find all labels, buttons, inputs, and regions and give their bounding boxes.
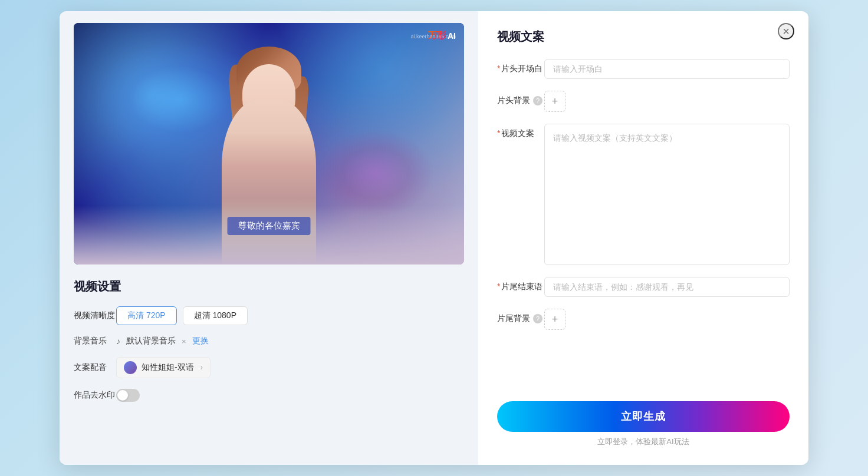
resolution-label: 视频清晰度	[74, 310, 116, 321]
watermark-toggle[interactable]	[116, 389, 140, 402]
modal-overlay: 万彩 AI ai.keerhan365.com 尊敬的各位嘉宾 视频设置 视频清…	[0, 0, 868, 476]
content-required-star: *	[497, 128, 500, 138]
music-change-btn[interactable]: 更换	[192, 336, 209, 346]
music-note-icon: ♪	[116, 336, 120, 346]
header-bg-add-btn[interactable]: +	[544, 91, 565, 112]
voice-avatar	[124, 361, 137, 374]
ending-label: *片尾结束语	[497, 277, 544, 292]
music-control: ♪ 默认背景音乐 × 更换	[116, 336, 209, 346]
voice-row: 文案配音 知性姐姐-双语 ›	[74, 357, 464, 378]
modal: 万彩 AI ai.keerhan365.com 尊敬的各位嘉宾 视频设置 视频清…	[60, 11, 808, 465]
watermark-row: 作品去水印	[74, 389, 464, 402]
music-row: 背景音乐 ♪ 默认背景音乐 × 更换	[74, 336, 464, 346]
ending-required-star: *	[497, 282, 500, 291]
header-bg-row: 片头背景 ? +	[497, 91, 790, 112]
generate-hint: 立即登录，体验最新AI玩法	[597, 437, 689, 447]
content-textarea[interactable]	[544, 124, 790, 265]
toggle-knob	[117, 390, 128, 401]
content-label-text: 视频文案	[501, 128, 534, 138]
content-row: *视频文案	[497, 124, 790, 265]
voice-control[interactable]: 知性姐姐-双语 ›	[116, 357, 211, 378]
generate-button[interactable]: 立即生成	[497, 401, 790, 432]
opening-input[interactable]	[544, 59, 790, 79]
quality-720p[interactable]: 高清 720P	[116, 306, 177, 325]
voice-arrow-icon: ›	[200, 363, 203, 372]
music-label: 背景音乐	[74, 336, 116, 346]
footer-bg-row: 片尾背景 ? +	[497, 309, 790, 330]
quality-buttons: 高清 720P 超清 1080P	[116, 306, 248, 325]
opening-label: *片头开场白	[497, 59, 544, 74]
video-preview-inner: 万彩 AI ai.keerhan365.com 尊敬的各位嘉宾	[74, 23, 464, 265]
footer-bg-label-text: 片尾背景	[497, 313, 530, 324]
video-subtitle: 尊敬的各位嘉宾	[228, 217, 311, 235]
quality-1080p[interactable]: 超清 1080P	[183, 306, 248, 325]
footer-bg-help-icon[interactable]: ?	[533, 314, 542, 323]
opening-label-text: 片头开场白	[501, 64, 542, 73]
video-bottom-gradient	[74, 206, 464, 265]
video-preview: 万彩 AI ai.keerhan365.com 尊敬的各位嘉宾	[74, 23, 464, 265]
panel-title: 视频文案	[497, 29, 790, 45]
ending-row: *片尾结束语	[497, 277, 790, 297]
left-panel: 万彩 AI ai.keerhan365.com 尊敬的各位嘉宾 视频设置 视频清…	[60, 11, 478, 465]
settings-title: 视频设置	[74, 279, 464, 295]
right-panel: × 视频文案 *片头开场白 片头背景 ? +	[478, 11, 808, 465]
form-section: *片头开场白 片头背景 ? + *视频	[497, 59, 790, 389]
settings-section: 视频设置 视频清晰度 高清 720P 超清 1080P 背景音乐 ♪ 默认背景音…	[74, 279, 464, 453]
generate-section: 立即生成 立即登录，体验最新AI玩法	[497, 401, 790, 447]
music-delete-btn[interactable]: ×	[182, 337, 186, 346]
voice-name: 知性姐姐-双语	[142, 362, 196, 373]
footer-bg-field: +	[544, 309, 565, 330]
resolution-row: 视频清晰度 高清 720P 超清 1080P	[74, 306, 464, 325]
close-button[interactable]: ×	[778, 23, 794, 39]
voice-label: 文案配音	[74, 362, 116, 373]
header-bg-field: +	[544, 91, 565, 112]
opening-required-star: *	[497, 64, 500, 73]
watermark-site: ai.keerhan365.com	[410, 34, 456, 39]
ending-label-text: 片尾结束语	[501, 282, 542, 291]
header-bg-help-icon[interactable]: ?	[533, 96, 542, 105]
music-name: 默认背景音乐	[126, 336, 176, 346]
footer-bg-label: 片尾背景 ?	[497, 309, 544, 324]
ending-input[interactable]	[544, 277, 790, 297]
content-label: *视频文案	[497, 124, 544, 139]
header-bg-label: 片头背景 ?	[497, 91, 544, 106]
footer-bg-add-btn[interactable]: +	[544, 309, 565, 330]
opening-row: *片头开场白	[497, 59, 790, 79]
header-bg-label-text: 片头背景	[497, 95, 530, 106]
watermark-label: 作品去水印	[74, 390, 116, 401]
